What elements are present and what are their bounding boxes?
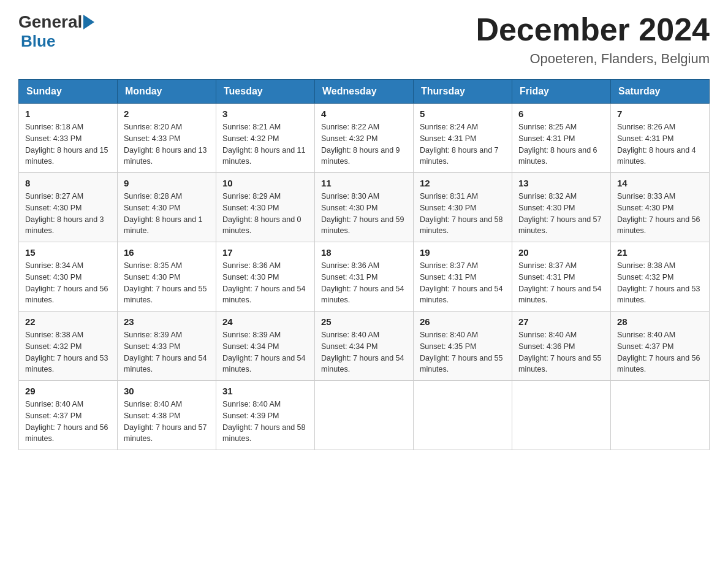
day-number: 24: [222, 316, 308, 327]
day-number: 6: [518, 109, 604, 119]
col-monday: Monday: [118, 80, 216, 104]
day-number: 5: [420, 109, 506, 119]
day-number: 11: [321, 178, 407, 188]
day-info: Sunrise: 8:34 AMSunset: 4:30 PMDaylight:…: [25, 261, 108, 304]
day-info: Sunrise: 8:28 AMSunset: 4:30 PMDaylight:…: [124, 192, 203, 235]
logo: General Blue: [18, 12, 96, 51]
table-row: 12 Sunrise: 8:31 AMSunset: 4:30 PMDaylig…: [414, 173, 512, 242]
month-title: December 2024: [476, 12, 710, 47]
day-number: 28: [617, 316, 703, 327]
day-info: Sunrise: 8:40 AMSunset: 4:39 PMDaylight:…: [222, 400, 306, 443]
day-number: 13: [518, 178, 604, 188]
day-info: Sunrise: 8:39 AMSunset: 4:33 PMDaylight:…: [124, 331, 207, 373]
table-row: 8 Sunrise: 8:27 AMSunset: 4:30 PMDayligh…: [19, 173, 118, 242]
day-number: 18: [321, 247, 407, 258]
day-info: Sunrise: 8:27 AMSunset: 4:30 PMDaylight:…: [25, 192, 104, 235]
table-row: 1 Sunrise: 8:18 AMSunset: 4:33 PMDayligh…: [19, 104, 118, 173]
table-row: 28 Sunrise: 8:40 AMSunset: 4:37 PMDaylig…: [611, 312, 710, 381]
table-row: 10 Sunrise: 8:29 AMSunset: 4:30 PMDaylig…: [216, 173, 315, 242]
day-number: 31: [222, 386, 308, 396]
day-number: 14: [617, 178, 703, 188]
day-number: 7: [617, 109, 703, 119]
day-info: Sunrise: 8:24 AMSunset: 4:31 PMDaylight:…: [420, 123, 499, 166]
location-text: Opoeteren, Flanders, Belgium: [476, 51, 710, 67]
day-number: 3: [222, 109, 308, 119]
day-number: 1: [25, 109, 111, 119]
table-row: [512, 381, 611, 450]
calendar-table: Sunday Monday Tuesday Wednesday Thursday…: [18, 79, 710, 450]
day-number: 19: [420, 247, 506, 258]
day-number: 20: [518, 247, 604, 258]
table-row: [611, 381, 710, 450]
day-info: Sunrise: 8:18 AMSunset: 4:33 PMDaylight:…: [25, 123, 108, 166]
day-info: Sunrise: 8:40 AMSunset: 4:38 PMDaylight:…: [124, 400, 207, 443]
day-info: Sunrise: 8:31 AMSunset: 4:30 PMDaylight:…: [420, 192, 503, 235]
table-row: 6 Sunrise: 8:25 AMSunset: 4:31 PMDayligh…: [512, 104, 611, 173]
day-info: Sunrise: 8:38 AMSunset: 4:32 PMDaylight:…: [25, 331, 108, 373]
day-number: 15: [25, 247, 111, 258]
logo-triangle-icon: [83, 15, 94, 29]
day-number: 10: [222, 178, 308, 188]
col-wednesday: Wednesday: [315, 80, 414, 104]
day-number: 4: [321, 109, 407, 119]
table-row: 16 Sunrise: 8:35 AMSunset: 4:30 PMDaylig…: [118, 242, 216, 312]
col-sunday: Sunday: [19, 80, 118, 104]
day-info: Sunrise: 8:40 AMSunset: 4:37 PMDaylight:…: [617, 331, 700, 373]
day-number: 25: [321, 316, 407, 327]
day-info: Sunrise: 8:40 AMSunset: 4:36 PMDaylight:…: [518, 331, 602, 373]
day-number: 21: [617, 247, 703, 258]
day-info: Sunrise: 8:40 AMSunset: 4:34 PMDaylight:…: [321, 331, 404, 373]
day-number: 27: [518, 316, 604, 327]
table-row: 29 Sunrise: 8:40 AMSunset: 4:37 PMDaylig…: [19, 381, 118, 450]
table-row: 15 Sunrise: 8:34 AMSunset: 4:30 PMDaylig…: [19, 242, 118, 312]
table-row: 9 Sunrise: 8:28 AMSunset: 4:30 PMDayligh…: [118, 173, 216, 242]
col-tuesday: Tuesday: [216, 80, 315, 104]
table-row: [315, 381, 414, 450]
table-row: 13 Sunrise: 8:32 AMSunset: 4:30 PMDaylig…: [512, 173, 611, 242]
table-row: 18 Sunrise: 8:36 AMSunset: 4:31 PMDaylig…: [315, 242, 414, 312]
table-row: 30 Sunrise: 8:40 AMSunset: 4:38 PMDaylig…: [118, 381, 216, 450]
day-info: Sunrise: 8:29 AMSunset: 4:30 PMDaylight:…: [222, 192, 301, 235]
day-info: Sunrise: 8:40 AMSunset: 4:35 PMDaylight:…: [420, 331, 503, 373]
table-row: 31 Sunrise: 8:40 AMSunset: 4:39 PMDaylig…: [216, 381, 315, 450]
day-info: Sunrise: 8:35 AMSunset: 4:30 PMDaylight:…: [124, 261, 207, 304]
day-number: 9: [124, 178, 210, 188]
title-section: December 2024 Opoeteren, Flanders, Belgi…: [476, 12, 710, 67]
table-row: 5 Sunrise: 8:24 AMSunset: 4:31 PMDayligh…: [414, 104, 512, 173]
table-row: 24 Sunrise: 8:39 AMSunset: 4:34 PMDaylig…: [216, 312, 315, 381]
table-row: 17 Sunrise: 8:36 AMSunset: 4:30 PMDaylig…: [216, 242, 315, 312]
calendar-week-row: 8 Sunrise: 8:27 AMSunset: 4:30 PMDayligh…: [19, 173, 710, 242]
calendar-week-row: 15 Sunrise: 8:34 AMSunset: 4:30 PMDaylig…: [19, 242, 710, 312]
day-info: Sunrise: 8:21 AMSunset: 4:32 PMDaylight:…: [222, 123, 306, 166]
table-row: 14 Sunrise: 8:33 AMSunset: 4:30 PMDaylig…: [611, 173, 710, 242]
day-info: Sunrise: 8:38 AMSunset: 4:32 PMDaylight:…: [617, 261, 700, 304]
day-number: 8: [25, 178, 111, 188]
day-info: Sunrise: 8:40 AMSunset: 4:37 PMDaylight:…: [25, 400, 108, 443]
day-info: Sunrise: 8:20 AMSunset: 4:33 PMDaylight:…: [124, 123, 207, 166]
col-saturday: Saturday: [611, 80, 710, 104]
day-info: Sunrise: 8:25 AMSunset: 4:31 PMDaylight:…: [518, 123, 597, 166]
day-number: 30: [124, 386, 210, 396]
day-number: 2: [124, 109, 210, 119]
table-row: 23 Sunrise: 8:39 AMSunset: 4:33 PMDaylig…: [118, 312, 216, 381]
day-info: Sunrise: 8:32 AMSunset: 4:30 PMDaylight:…: [518, 192, 602, 235]
table-row: 27 Sunrise: 8:40 AMSunset: 4:36 PMDaylig…: [512, 312, 611, 381]
logo-general-text: General: [18, 12, 82, 32]
table-row: 22 Sunrise: 8:38 AMSunset: 4:32 PMDaylig…: [19, 312, 118, 381]
day-number: 23: [124, 316, 210, 327]
calendar-week-row: 22 Sunrise: 8:38 AMSunset: 4:32 PMDaylig…: [19, 312, 710, 381]
calendar-week-row: 29 Sunrise: 8:40 AMSunset: 4:37 PMDaylig…: [19, 381, 710, 450]
table-row: 25 Sunrise: 8:40 AMSunset: 4:34 PMDaylig…: [315, 312, 414, 381]
day-info: Sunrise: 8:36 AMSunset: 4:31 PMDaylight:…: [321, 261, 404, 304]
table-row: 26 Sunrise: 8:40 AMSunset: 4:35 PMDaylig…: [414, 312, 512, 381]
day-number: 12: [420, 178, 506, 188]
table-row: 19 Sunrise: 8:37 AMSunset: 4:31 PMDaylig…: [414, 242, 512, 312]
day-number: 29: [25, 386, 111, 396]
calendar-week-row: 1 Sunrise: 8:18 AMSunset: 4:33 PMDayligh…: [19, 104, 710, 173]
table-row: 3 Sunrise: 8:21 AMSunset: 4:32 PMDayligh…: [216, 104, 315, 173]
day-number: 16: [124, 247, 210, 258]
day-number: 17: [222, 247, 308, 258]
table-row: 11 Sunrise: 8:30 AMSunset: 4:30 PMDaylig…: [315, 173, 414, 242]
day-info: Sunrise: 8:39 AMSunset: 4:34 PMDaylight:…: [222, 331, 306, 373]
calendar-header-row: Sunday Monday Tuesday Wednesday Thursday…: [19, 80, 710, 104]
